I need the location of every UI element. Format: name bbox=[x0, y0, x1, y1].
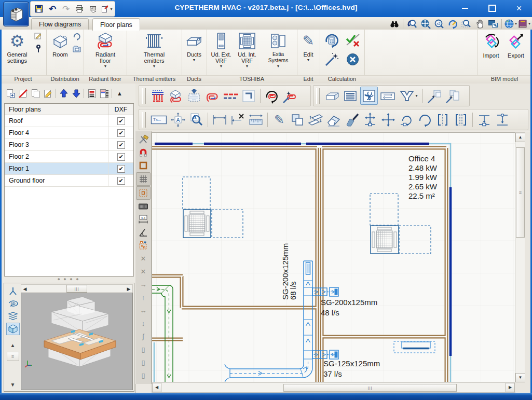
scroll-left-icon[interactable]: ◀ bbox=[21, 286, 29, 292]
object-snap-button[interactable] bbox=[136, 186, 151, 200]
layers-button[interactable] bbox=[7, 310, 19, 322]
preview-3d-viewport[interactable] bbox=[21, 293, 133, 390]
dxf-checkbox[interactable]: ✔ bbox=[117, 141, 125, 149]
radiant-area-tool[interactable] bbox=[186, 87, 202, 104]
edit-curve-button[interactable]: ∫ bbox=[137, 330, 150, 342]
minimize-button[interactable] bbox=[456, 2, 474, 15]
zoom-previous-button[interactable] bbox=[405, 18, 418, 30]
dxf-checkbox[interactable]: ✔ bbox=[117, 117, 125, 125]
move-node-tool[interactable] bbox=[362, 111, 378, 128]
drawing-canvas[interactable]: Office 4 2.48 kW 1.99 kW 2.65 kW 22.5 m²… bbox=[152, 132, 516, 383]
thermal-emitters-button[interactable]: Thermalemitters ▼ bbox=[140, 31, 169, 68]
dxf-checkbox[interactable]: ✔ bbox=[117, 129, 125, 137]
radiant-room-tool[interactable] bbox=[168, 87, 184, 104]
room-button[interactable]: Room bbox=[48, 31, 72, 58]
measure-tool[interactable] bbox=[248, 111, 264, 128]
table-row-floor3[interactable]: Floor 3✔ bbox=[5, 139, 133, 151]
branch-tool[interactable]: ▾ bbox=[398, 87, 419, 104]
close-button[interactable]: × bbox=[510, 2, 528, 15]
mirror-tool[interactable] bbox=[434, 111, 451, 128]
scrollbar-thumb[interactable]: ||| bbox=[66, 285, 87, 293]
return-pipe-tool[interactable] bbox=[222, 87, 239, 104]
edit-split-button[interactable]: ✕ bbox=[137, 252, 150, 265]
dxf-checkbox[interactable]: ✔ bbox=[117, 153, 125, 161]
wizard-button[interactable] bbox=[324, 51, 339, 67]
tab-flow-diagrams[interactable]: Flow diagrams bbox=[31, 18, 89, 30]
pan-button[interactable] bbox=[473, 18, 486, 30]
import-dxf-button[interactable] bbox=[86, 88, 98, 100]
preview-vertical-slider[interactable]: ≡ bbox=[7, 352, 19, 361]
web-services-button[interactable]: ▾ bbox=[504, 18, 517, 30]
move-tool[interactable] bbox=[380, 111, 397, 128]
dxf-layers-button[interactable] bbox=[98, 88, 110, 100]
mirror-copy-tool[interactable] bbox=[453, 111, 469, 128]
collapse-panel-button[interactable]: ▲ bbox=[114, 88, 126, 100]
tab-floor-plans[interactable]: Floor plans bbox=[92, 18, 140, 31]
delete-floor-button[interactable] bbox=[17, 88, 29, 100]
orthogonal-button[interactable] bbox=[137, 159, 150, 172]
preview-scroll-down[interactable]: ▼ bbox=[7, 379, 19, 390]
selection-filter-button[interactable] bbox=[137, 239, 150, 252]
ud-int-vrf-button[interactable]: Ud. Int.VRF ▼ bbox=[235, 31, 260, 68]
room-manager-icon[interactable] bbox=[72, 44, 81, 53]
print-button[interactable] bbox=[73, 3, 86, 15]
angle-button[interactable] bbox=[137, 226, 150, 239]
edit-report-icon[interactable] bbox=[34, 32, 43, 41]
scroll-up-button[interactable]: ▲ bbox=[515, 133, 525, 142]
update-rooms-icon[interactable] bbox=[72, 32, 81, 41]
column-b-button[interactable]: ▯ bbox=[137, 356, 150, 368]
edit-trim-button[interactable]: ✕ bbox=[137, 265, 150, 278]
manifold-tool[interactable] bbox=[149, 87, 166, 104]
rotate-node-tool[interactable] bbox=[398, 111, 415, 128]
scroll-left-button[interactable]: ◀ bbox=[152, 383, 161, 392]
move-down-button[interactable] bbox=[70, 88, 82, 100]
grille-tool[interactable] bbox=[342, 87, 359, 104]
table-row-roof[interactable]: Roof✔ bbox=[5, 115, 133, 127]
edit-button[interactable]: ✎ Edit ▼ bbox=[298, 31, 318, 62]
preview-scroll-up[interactable]: ▲ bbox=[7, 339, 19, 351]
zoom-scale-button[interactable]: x2 bbox=[432, 18, 445, 30]
rotate-3d-button[interactable]: 3D bbox=[7, 298, 19, 309]
radiant-floor-button[interactable]: Radiantfloor ▼ bbox=[91, 31, 120, 68]
corner-tool[interactable] bbox=[240, 87, 257, 104]
paint-tool[interactable] bbox=[344, 111, 360, 128]
keyboard-input-button[interactable] bbox=[137, 200, 150, 213]
erase-tool[interactable] bbox=[325, 111, 342, 128]
panel-splitter[interactable]: ● ● ● ● bbox=[2, 278, 135, 282]
check-design-button[interactable] bbox=[345, 32, 361, 49]
table-row-floor2[interactable]: Floor 2✔ bbox=[5, 151, 133, 163]
coordinates-button[interactable]: 4.4 bbox=[137, 213, 150, 226]
solid-view-button[interactable] bbox=[6, 323, 20, 335]
canvas-horizontal-scrollbar[interactable]: ◀ ||| ▶ bbox=[152, 382, 515, 393]
zoom-extents-button[interactable] bbox=[419, 18, 432, 30]
find-text-tool[interactable]: A bbox=[188, 111, 204, 128]
move-right-button[interactable]: → bbox=[137, 278, 150, 291]
delete-dimension-tool[interactable] bbox=[229, 111, 246, 128]
move-vertical-button[interactable]: ↕ bbox=[137, 317, 150, 329]
save-button[interactable] bbox=[33, 3, 45, 15]
duct-tool[interactable] bbox=[324, 87, 340, 104]
reference-point-icon[interactable] bbox=[35, 44, 42, 53]
dimension-tool[interactable] bbox=[211, 111, 228, 128]
app-icon[interactable] bbox=[3, 2, 29, 26]
cancel-calculation-button[interactable] bbox=[346, 52, 360, 66]
zoom-window-button[interactable] bbox=[459, 18, 472, 30]
grid-button[interactable] bbox=[136, 172, 151, 186]
toolbar-grip[interactable] bbox=[142, 112, 146, 128]
send-to-display-button[interactable] bbox=[486, 18, 499, 30]
column-a-button[interactable]: ▯ bbox=[137, 343, 150, 355]
canvas-vertical-scrollbar[interactable]: ▲ ≡ ▼ bbox=[515, 132, 526, 383]
move-to-layer-tool[interactable] bbox=[307, 111, 324, 128]
scroll-down-button[interactable]: ▼ bbox=[515, 373, 525, 382]
maximize-button[interactable] bbox=[483, 2, 501, 15]
add-floor-button[interactable] bbox=[5, 88, 17, 100]
rotate-coil-tool[interactable] bbox=[264, 87, 280, 104]
ducts-button[interactable]: Ducts ▼ bbox=[183, 31, 205, 62]
help-book-button[interactable]: ▾ bbox=[517, 18, 530, 30]
bim-export-button[interactable]: Export bbox=[504, 32, 527, 59]
wand-fitting-tool[interactable] bbox=[444, 87, 461, 104]
rotate-tool[interactable] bbox=[416, 111, 433, 128]
vertical-scrollbar-thumb[interactable]: ≡ bbox=[516, 147, 525, 238]
snap-magnet-button[interactable] bbox=[137, 146, 150, 159]
diffuser-tool-selected[interactable] bbox=[360, 87, 378, 105]
